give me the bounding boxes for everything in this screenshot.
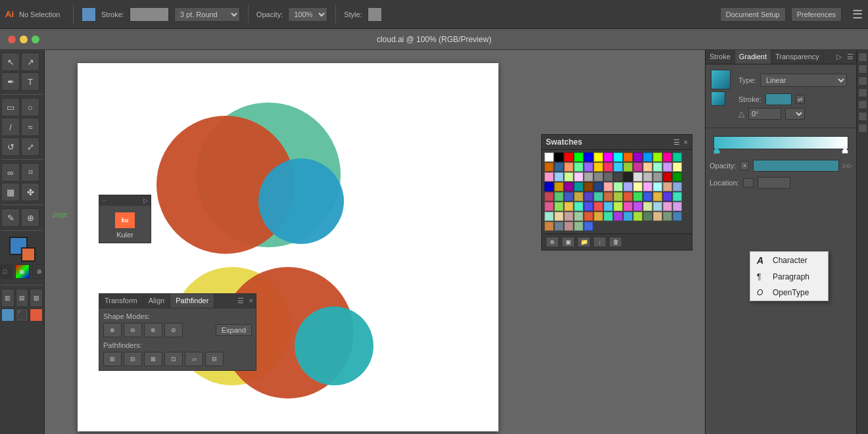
swatch-item[interactable] bbox=[643, 182, 652, 191]
zoom-tool[interactable]: ⊕ bbox=[21, 208, 39, 227]
swatch-item[interactable] bbox=[643, 153, 652, 162]
swatch-item[interactable] bbox=[564, 162, 573, 172]
panel-toggle-icon[interactable]: ☰ bbox=[852, 7, 863, 22]
swatch-item[interactable] bbox=[663, 153, 672, 162]
location-input[interactable] bbox=[758, 177, 790, 189]
full-screen[interactable]: ⬛ bbox=[16, 308, 29, 322]
swatch-item[interactable] bbox=[633, 212, 642, 221]
swatch-item[interactable] bbox=[663, 172, 672, 181]
swatch-item[interactable] bbox=[584, 172, 593, 181]
none-box[interactable]: ⊘ bbox=[32, 264, 45, 279]
swatch-item[interactable] bbox=[544, 202, 554, 211]
stroke-swap-btn[interactable]: ⇄ bbox=[796, 95, 805, 104]
view-mode3[interactable]: ▨ bbox=[30, 289, 43, 307]
panel-btn-6[interactable] bbox=[858, 112, 867, 121]
swatch-item[interactable] bbox=[564, 212, 573, 221]
tab-transform[interactable]: Transform bbox=[99, 294, 143, 308]
swatch-item[interactable] bbox=[594, 172, 603, 181]
maximize-window-button[interactable] bbox=[32, 36, 39, 43]
direct-select-tool[interactable]: ↗ bbox=[21, 53, 39, 71]
stroke-color-input[interactable] bbox=[765, 93, 792, 105]
panel-btn-1[interactable] bbox=[858, 53, 867, 62]
swatch-item[interactable] bbox=[584, 202, 593, 211]
rect-tool[interactable]: ▭ bbox=[1, 98, 20, 116]
swatch-item[interactable] bbox=[594, 202, 603, 211]
swatch-item[interactable] bbox=[653, 182, 662, 191]
swatch-item[interactable] bbox=[564, 182, 573, 191]
swatch-item[interactable] bbox=[663, 212, 672, 221]
swatch-item[interactable] bbox=[554, 192, 564, 201]
swatch-item[interactable] bbox=[653, 172, 662, 181]
minus-front-btn[interactable]: ⊖ bbox=[124, 323, 142, 337]
new-swatch-btn[interactable]: ⊕ bbox=[546, 237, 559, 247]
angle-select[interactable]: 0° bbox=[785, 108, 805, 120]
mesh-tool[interactable]: ⌗ bbox=[21, 163, 39, 181]
swatch-item[interactable] bbox=[673, 153, 682, 162]
swatch-item[interactable] bbox=[604, 192, 613, 201]
presentation-screen[interactable] bbox=[30, 308, 43, 322]
swatch-item[interactable] bbox=[623, 172, 633, 181]
swatch-item[interactable] bbox=[554, 153, 564, 162]
tab-gradient[interactable]: Gradient bbox=[735, 50, 771, 64]
swatch-item[interactable] bbox=[584, 162, 593, 172]
panel-btn-3[interactable] bbox=[858, 76, 867, 85]
swatch-item[interactable] bbox=[653, 212, 662, 221]
document-setup-button[interactable]: Document Setup bbox=[720, 7, 786, 22]
opacity-gradient-bar[interactable] bbox=[753, 160, 839, 172]
panel-btn-7[interactable] bbox=[858, 124, 867, 133]
swatch-item[interactable] bbox=[584, 182, 593, 191]
swatch-item[interactable] bbox=[633, 153, 642, 162]
merge-btn[interactable]: ⊠ bbox=[144, 352, 162, 366]
swatch-item[interactable] bbox=[663, 162, 672, 172]
swatch-item[interactable] bbox=[604, 212, 613, 221]
swatch-folder-btn[interactable]: 📁 bbox=[577, 237, 591, 247]
swatch-item[interactable] bbox=[564, 153, 573, 162]
eyedropper-tool[interactable]: ✎ bbox=[1, 208, 20, 227]
swatch-item[interactable] bbox=[554, 222, 564, 231]
swatch-item[interactable] bbox=[554, 182, 564, 191]
right-panel-menu[interactable]: ☰ bbox=[844, 50, 856, 64]
gradient-small-preview[interactable] bbox=[711, 91, 725, 106]
swatch-item[interactable] bbox=[643, 162, 652, 172]
swatch-item[interactable] bbox=[604, 172, 613, 181]
opacity-delete-btn[interactable]: × bbox=[740, 161, 749, 170]
swatch-item[interactable] bbox=[584, 192, 593, 201]
panel-btn-2[interactable] bbox=[858, 64, 867, 74]
character-menu-item[interactable]: A Character bbox=[750, 252, 828, 269]
swatch-item[interactable] bbox=[633, 172, 642, 181]
swatch-item[interactable] bbox=[623, 162, 633, 172]
text-tool[interactable]: T bbox=[21, 72, 39, 91]
swatch-item[interactable] bbox=[554, 162, 564, 172]
rotate-tool[interactable]: ↺ bbox=[1, 137, 20, 156]
swatch-item[interactable] bbox=[614, 162, 623, 172]
swatch-item[interactable] bbox=[633, 192, 642, 201]
swatch-item[interactable] bbox=[623, 182, 633, 191]
swatch-item[interactable] bbox=[633, 202, 642, 211]
swatch-item[interactable] bbox=[673, 162, 682, 172]
swatch-item[interactable] bbox=[544, 192, 554, 201]
outline-btn[interactable]: ▱ bbox=[185, 352, 203, 366]
swatch-item[interactable] bbox=[604, 202, 613, 211]
swatch-item[interactable] bbox=[574, 172, 583, 181]
swatch-item[interactable] bbox=[544, 172, 554, 181]
opacity-dropdown[interactable]: 100% bbox=[288, 7, 327, 22]
intersect-btn[interactable]: ⊗ bbox=[144, 323, 162, 337]
swatch-item[interactable] bbox=[673, 182, 682, 191]
swatch-item[interactable] bbox=[564, 172, 573, 181]
swatches-menu-icon[interactable]: ☰ bbox=[673, 138, 680, 147]
crop-btn[interactable]: ⊡ bbox=[164, 352, 183, 366]
swatch-item[interactable] bbox=[544, 222, 554, 231]
swatch-item[interactable] bbox=[614, 202, 623, 211]
tab-align[interactable]: Align bbox=[143, 294, 170, 308]
right-panel-expand[interactable]: ▷ bbox=[834, 50, 844, 64]
view-mode2[interactable]: ▤ bbox=[16, 289, 29, 307]
swatch-item[interactable] bbox=[554, 202, 564, 211]
opentype-menu-item[interactable]: O OpenType bbox=[750, 285, 828, 301]
opacity-expand-icon[interactable]: ▷▷ bbox=[843, 162, 852, 169]
trim-btn[interactable]: ⊟ bbox=[124, 352, 142, 366]
select-tool[interactable]: ↖ bbox=[1, 53, 20, 71]
swatch-item[interactable] bbox=[564, 202, 573, 211]
swatch-item[interactable] bbox=[653, 162, 662, 172]
swatch-item[interactable] bbox=[554, 172, 564, 181]
tab-pathfinder[interactable]: Pathfinder bbox=[170, 294, 214, 308]
